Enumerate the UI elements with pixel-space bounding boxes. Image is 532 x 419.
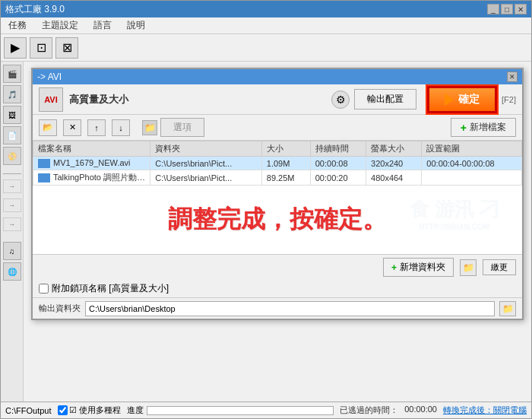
dialog-title: -> AVI (37, 71, 62, 82)
sidebar-btn-2[interactable]: 🎵 (3, 85, 21, 103)
table-cell: 480x464 (366, 170, 422, 186)
new-folder-plus-icon: + (391, 262, 397, 273)
sidebar-btn-5[interactable]: 📀 (3, 147, 21, 165)
menu-help[interactable]: 說明 (122, 17, 150, 33)
dialog-close-button[interactable]: ✕ (507, 71, 518, 82)
center-area: -> AVI ✕ AVI 高質量及大小 ⚙ (24, 62, 531, 402)
table-cell: C:\Users\brian\Pict... (150, 170, 261, 186)
elapsed-time: 00:00:00 (404, 405, 437, 416)
folder-open-icon-btn[interactable]: 📁 (460, 259, 477, 276)
new-folder-button[interactable]: + 新增資料夾 (383, 258, 454, 277)
add-plus-icon: + (461, 122, 467, 134)
annotation-text: 調整完成，按確定。 (168, 203, 387, 236)
append-name-checkbox[interactable] (39, 284, 49, 294)
col-header-folder: 資料夾 (150, 141, 261, 157)
file-type-icon (38, 159, 50, 168)
left-sidebar: 🎬 🎵 🖼 📄 📀 → → → ♫ 🌐 (1, 62, 24, 402)
app-window: 格式工廠 3.9.0 _ □ ✕ 任務 主題設定 語言 說明 ▶ ⊡ ⊠ 🎬 🎵… (0, 0, 532, 419)
table-cell: 320x240 (366, 157, 422, 170)
checkbox-row: 附加鎖項名稱 [高質量及大小] (33, 280, 522, 297)
app-title: 格式工廠 3.9.0 (5, 3, 65, 16)
confirm-arrow-icon (445, 94, 454, 106)
sidebar-btn-music[interactable]: ♫ (3, 242, 21, 260)
small-btn-1[interactable]: 📂 (39, 119, 57, 136)
col-header-size: 大小 (261, 141, 310, 157)
sidebar-btn-1[interactable]: 🎬 (3, 65, 21, 83)
dialog-toolbar-row1: AVI 高質量及大小 ⚙ 輸出配置 (33, 84, 522, 115)
output-settings-icon: ⚙ (331, 90, 350, 109)
close-button[interactable]: ✕ (515, 4, 527, 14)
small-btn-4[interactable]: ↓ (112, 119, 130, 136)
multithread-label: ☑ 使用多種程 (69, 405, 121, 416)
sidebar-btn-3[interactable]: 🖼 (3, 106, 21, 124)
add-file-button[interactable]: + 新增檔案 (451, 118, 516, 137)
file-type-icon (38, 173, 50, 183)
progress-bar (147, 406, 334, 415)
file-table: 檔案名稱 資料夾 大小 持續時間 螢幕大小 設置範圍 MV1_1679_NEW.… (33, 141, 522, 186)
dialog-watermark: 食 游汛 刁 HTTP://BRIAN.COM (410, 196, 499, 231)
toolbar-btn-1[interactable]: ▶ (4, 37, 27, 59)
sidebar-arrow-2[interactable]: → (3, 198, 21, 212)
table-cell: 89.25M (261, 170, 310, 186)
multithread-checkbox-area: ☑ 使用多種程 (58, 405, 121, 416)
status-right: 已逃過的時間： 00:00:00 轉換完成後：關閉電腦 (340, 405, 527, 416)
annotation-area: 調整完成，按確定。 食 游汛 刁 HTTP://BRIAN.COM (33, 186, 522, 254)
minimize-button[interactable]: _ (487, 4, 499, 14)
main-content: 🎬 🎵 🖼 📄 📀 → → → ♫ 🌐 -> AVI ✕ (1, 62, 531, 402)
f2-hint: [F2] (502, 95, 516, 104)
dialog-titlebar: -> AVI ✕ (33, 69, 522, 84)
table-cell: C:\Users\brian\Pict... (150, 157, 261, 170)
col-header-name: 檔案名稱 (33, 141, 150, 157)
menu-task[interactable]: 任務 (4, 17, 31, 33)
table-row[interactable]: MV1_1679_NEW.aviC:\Users\brian\Pict...1.… (33, 157, 522, 170)
dialog-bottom-row: + 新增資料夾 📁 繳更 (33, 254, 522, 280)
toolbar-btn-3[interactable]: ⊠ (55, 37, 78, 59)
options-folder-icon: 📁 (142, 120, 157, 135)
confirm-button[interactable]: 確定 (427, 86, 497, 113)
progress-area: 進度 (127, 405, 334, 416)
output-path-label: C:\FFOutput (5, 406, 52, 415)
elapsed-label: 已逃過的時間： (340, 405, 398, 416)
file-table-container: 檔案名稱 資料夾 大小 持續時間 螢幕大小 設置範圍 MV1_1679_NEW.… (33, 141, 522, 186)
col-header-screen: 螢幕大小 (366, 141, 422, 157)
menu-bar: 任務 主題設定 語言 說明 (1, 17, 531, 34)
dialog-toolbar-row2: 📂 ✕ ↑ ↓ 📁 選項 + 新增檔案 (33, 115, 522, 141)
main-toolbar: ▶ ⊡ ⊠ (1, 34, 531, 62)
maximize-button[interactable]: □ (501, 4, 513, 14)
output-folder-input[interactable] (85, 301, 495, 316)
sidebar-arrow-1[interactable]: → (3, 179, 21, 193)
table-cell: 1.09M (261, 157, 310, 170)
small-btn-3[interactable]: ↑ (87, 119, 106, 136)
browse-folder-button[interactable]: 📁 (499, 301, 516, 316)
update-button[interactable]: 繳更 (483, 259, 516, 275)
avi-icon: AVI (39, 87, 63, 112)
table-cell: 00:00:20 (310, 170, 366, 186)
table-cell: 00:00:04-00:00:08 (422, 157, 522, 170)
table-cell: MV1_1679_NEW.avi (33, 157, 150, 170)
multithread-checkbox[interactable] (58, 405, 68, 415)
menu-language[interactable]: 語言 (89, 17, 116, 33)
table-cell (422, 170, 522, 186)
output-folder-row: 輸出資料夾 📁 (33, 297, 522, 319)
table-row[interactable]: TalkingPhoto 調照片動起來讓我...C:\Users\brian\P… (33, 170, 522, 186)
titlebar-controls: _ □ ✕ (487, 4, 527, 14)
small-btn-2[interactable]: ✕ (63, 119, 81, 136)
table-cell: 00:00:08 (310, 157, 366, 170)
progress-label: 進度 (127, 405, 144, 416)
col-header-duration: 持續時間 (310, 141, 366, 157)
options-button[interactable]: 選項 (160, 118, 204, 137)
sidebar-arrow-3[interactable]: → (3, 217, 21, 231)
status-bar: C:\FFOutput ☑ 使用多種程 進度 已逃過的時間： 00:00:00 … (1, 402, 531, 418)
toolbar-btn-2[interactable]: ⊡ (30, 37, 52, 59)
menu-settings[interactable]: 主題設定 (37, 17, 83, 33)
output-settings-button[interactable]: 輸出配置 (354, 89, 416, 110)
output-folder-label: 輸出資料夾 (39, 303, 81, 314)
sidebar-btn-4[interactable]: 📄 (3, 126, 21, 144)
inner-dialog: -> AVI ✕ AVI 高質量及大小 ⚙ (31, 68, 524, 320)
table-cell: TalkingPhoto 調照片動起來讓我... (33, 170, 150, 186)
close-after-link[interactable]: 轉換完成後：關閉電腦 (443, 405, 527, 416)
app-titlebar: 格式工廠 3.9.0 _ □ ✕ (1, 1, 531, 17)
checkbox-label: 附加鎖項名稱 [高質量及大小] (52, 282, 169, 295)
col-header-range: 設置範圍 (422, 141, 522, 157)
sidebar-btn-globe[interactable]: 🌐 (3, 262, 21, 281)
